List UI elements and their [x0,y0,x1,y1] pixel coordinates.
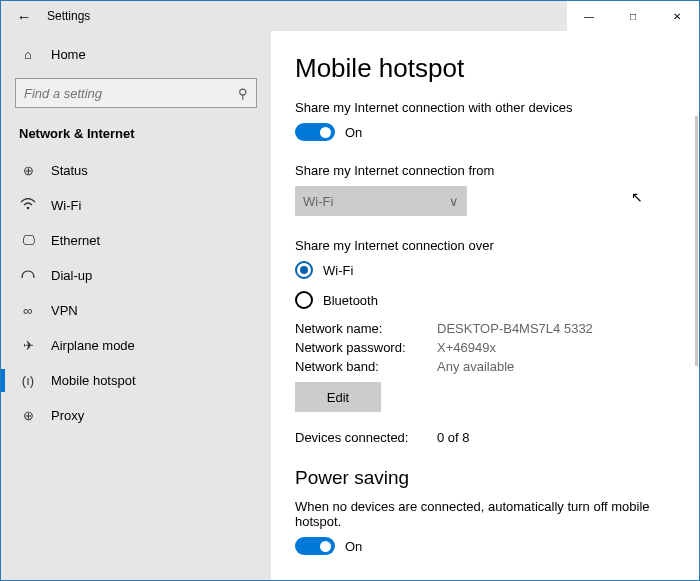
page-title: Mobile hotspot [295,53,675,84]
sidebar-item-label: Proxy [51,408,84,423]
sidebar-item-label: Airplane mode [51,338,135,353]
home-icon: ⌂ [19,47,37,62]
sidebar-item-ethernet[interactable]: 🖵 Ethernet [1,223,271,258]
edit-button[interactable]: Edit [295,382,381,412]
over-label: Share my Internet connection over [295,238,675,253]
net-band-value: Any available [437,359,514,374]
category-header: Network & Internet [1,126,271,153]
sidebar-item-airplane[interactable]: ✈ Airplane mode [1,328,271,363]
share-toggle[interactable] [295,123,335,141]
status-icon: ⊕ [19,163,37,178]
sidebar-item-dialup[interactable]: Dial-up [1,258,271,293]
window-title: Settings [47,9,90,23]
vpn-icon: ∞ [19,303,37,318]
home-nav[interactable]: ⌂ Home [1,39,271,72]
maximize-button[interactable]: □ [611,1,655,31]
net-name-key: Network name: [295,321,437,336]
sidebar-item-status[interactable]: ⊕ Status [1,153,271,188]
sidebar-item-label: Ethernet [51,233,100,248]
wifi-icon [19,198,37,213]
search-icon: ⚲ [238,86,248,101]
radio-bluetooth-button[interactable] [295,291,313,309]
hotspot-icon: (ı) [19,373,37,388]
net-name-value: DESKTOP-B4MS7L4 5332 [437,321,593,336]
sidebar-item-label: Status [51,163,88,178]
radio-wifi[interactable]: Wi-Fi [295,261,675,279]
sidebar-item-label: Mobile hotspot [51,373,136,388]
proxy-icon: ⊕ [19,408,37,423]
devices-key: Devices connected: [295,430,437,445]
radio-wifi-label: Wi-Fi [323,263,353,278]
sidebar-item-proxy[interactable]: ⊕ Proxy [1,398,271,433]
chevron-down-icon: ∨ [449,194,459,209]
from-value: Wi-Fi [303,194,333,209]
from-label: Share my Internet connection from [295,163,675,178]
sidebar-item-label: Dial-up [51,268,92,283]
power-saving-title: Power saving [295,467,675,489]
search-box[interactable]: ⚲ [15,78,257,108]
minimize-button[interactable]: ― [567,1,611,31]
radio-wifi-button[interactable] [295,261,313,279]
sidebar-item-hotspot[interactable]: (ı) Mobile hotspot [1,363,271,398]
back-button[interactable]: ← [1,8,47,25]
sidebar-item-wifi[interactable]: Wi-Fi [1,188,271,223]
sidebar-item-label: Wi-Fi [51,198,81,213]
power-label: When no devices are connected, automatic… [295,499,675,529]
sidebar: ⌂ Home ⚲ Network & Internet ⊕ Status Wi-… [1,31,271,580]
radio-bluetooth[interactable]: Bluetooth [295,291,675,309]
close-button[interactable]: ✕ [655,1,699,31]
dialup-icon [19,268,37,283]
power-toggle-state: On [345,539,362,554]
net-pass-value: X+46949x [437,340,496,355]
power-toggle[interactable] [295,537,335,555]
svg-point-0 [27,207,30,210]
share-label: Share my Internet connection with other … [295,100,675,115]
search-input[interactable] [24,86,238,101]
net-pass-key: Network password: [295,340,437,355]
sidebar-item-vpn[interactable]: ∞ VPN [1,293,271,328]
main-panel: Mobile hotspot Share my Internet connect… [271,31,699,580]
airplane-icon: ✈ [19,338,37,353]
home-label: Home [51,47,86,62]
share-toggle-state: On [345,125,362,140]
radio-bluetooth-label: Bluetooth [323,293,378,308]
ethernet-icon: 🖵 [19,233,37,248]
sidebar-item-label: VPN [51,303,78,318]
devices-value: 0 of 8 [437,430,470,445]
net-band-key: Network band: [295,359,437,374]
scrollbar[interactable] [695,116,698,366]
from-dropdown[interactable]: Wi-Fi ∨ [295,186,467,216]
